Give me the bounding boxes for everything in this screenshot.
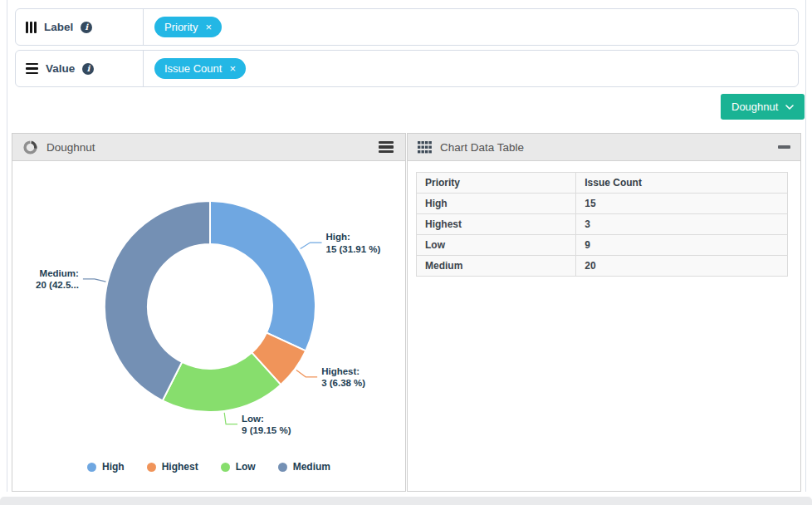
vertical-bars-drag-handle-icon[interactable] (26, 22, 37, 33)
chart-type-dropdown-button[interactable]: Doughnut (721, 94, 805, 120)
chevron-down-icon (785, 105, 794, 110)
cell-priority: Low (417, 235, 576, 256)
table-panel-title: Chart Data Table (440, 141, 524, 154)
issue-count-chip-text: Issue Count (164, 62, 222, 75)
column-header-priority: Priority (417, 173, 576, 194)
cell-count: 15 (576, 194, 788, 214)
collapsed-section-strip[interactable] (0, 497, 812, 505)
legend-item-high[interactable]: High (87, 461, 125, 473)
cell-priority: Highest (417, 214, 576, 235)
legend-dot-icon (87, 463, 96, 472)
horizontal-bars-drag-handle-icon[interactable] (26, 63, 38, 75)
cell-priority: Medium (417, 256, 576, 277)
chart-data-table-panel: Chart Data Table Priority Issue Count Hi… (407, 133, 801, 492)
priority-chip-text: Priority (164, 21, 198, 33)
table-row: Highest 3 (417, 214, 788, 235)
chip-remove-icon[interactable]: × (229, 63, 236, 74)
legend-item-medium[interactable]: Medium (278, 461, 330, 473)
slice-label-medium: Medium:20 (42.5... (36, 268, 79, 291)
legend-label: High (102, 461, 125, 473)
legend-label: Medium (293, 461, 330, 473)
chart-legend: HighHighestLowMedium (87, 461, 330, 473)
value-field-row: Value Issue Count × (15, 50, 799, 87)
label-field-row: Label Priority × (15, 8, 799, 46)
legend-dot-icon (221, 463, 230, 472)
chart-data-table: Priority Issue Count High 15 Highest 3 L… (416, 172, 788, 277)
panels-row: Doughnut High:15 (31.91 %)Highest:3 (6.3… (12, 133, 801, 492)
slice-label-leader-line (224, 413, 237, 424)
legend-item-low[interactable]: Low (221, 461, 256, 473)
slice-label-leader-line (83, 279, 106, 282)
doughnut-chart-panel: Doughnut High:15 (31.91 %)Highest:3 (6.3… (12, 133, 406, 492)
cell-count: 3 (576, 214, 788, 235)
doughnut-panel-header: Doughnut (12, 134, 405, 161)
label-field-header: Label (16, 9, 144, 45)
slice-label-high: High:15 (31.91 %) (326, 232, 381, 254)
collapse-panel-icon[interactable] (778, 145, 790, 149)
label-field-title: Label (44, 21, 73, 33)
doughnut-slice-high[interactable] (210, 201, 316, 351)
table-panel-header: Chart Data Table (408, 134, 800, 161)
issue-count-chip[interactable]: Issue Count × (154, 58, 246, 79)
legend-item-highest[interactable]: Highest (147, 461, 198, 473)
panel-menu-icon[interactable] (377, 140, 395, 155)
slice-label-low: Low:9 (19.15 %) (242, 414, 291, 436)
slice-label-highest: Highest:3 (6.38 %) (321, 366, 365, 389)
table-grid-icon (418, 141, 432, 154)
doughnut-chart: High:15 (31.91 %)Highest:3 (6.38 %)Low:9… (12, 161, 405, 458)
doughnut-chart-body: High:15 (31.91 %)Highest:3 (6.38 %)Low:9… (12, 161, 405, 491)
label-chips-area[interactable]: Priority × (144, 17, 222, 37)
table-row: Medium 20 (417, 256, 788, 277)
chart-type-selected: Doughnut (731, 101, 778, 113)
chip-remove-icon[interactable]: × (205, 22, 212, 32)
table-row: Low 9 (417, 235, 788, 256)
legend-dot-icon (147, 463, 156, 472)
legend-label: Highest (162, 461, 198, 473)
value-chips-area[interactable]: Issue Count × (144, 58, 246, 79)
table-header-row: Priority Issue Count (417, 173, 788, 194)
legend-label: Low (236, 461, 256, 473)
table-row: High 15 (417, 194, 788, 214)
cell-priority: High (417, 194, 576, 214)
value-field-title: Value (46, 62, 75, 75)
slice-label-leader-line (296, 370, 317, 377)
value-field-header: Value (16, 51, 144, 86)
cell-count: 20 (576, 256, 788, 277)
priority-chip[interactable]: Priority × (154, 17, 222, 37)
column-header-issue-count: Issue Count (576, 173, 788, 194)
info-icon[interactable] (82, 63, 94, 75)
doughnut-chart-icon (22, 140, 38, 155)
doughnut-panel-title: Doughnut (46, 141, 95, 154)
legend-dot-icon (278, 463, 287, 472)
slice-label-leader-line (301, 243, 322, 249)
cell-count: 9 (576, 235, 788, 256)
info-icon[interactable] (81, 22, 92, 33)
chart-data-table-body: Priority Issue Count High 15 Highest 3 L… (408, 161, 800, 491)
